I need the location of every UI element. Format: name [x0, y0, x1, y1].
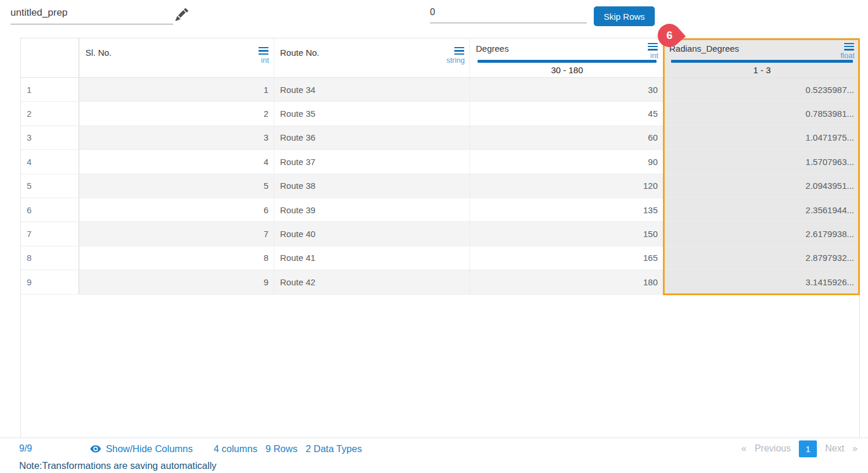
edit-name-button[interactable]	[174, 8, 189, 23]
cell: Route 35	[274, 102, 469, 125]
previous-page-button[interactable]: Previous	[755, 443, 791, 454]
last-page-arrow[interactable]: »	[852, 443, 858, 454]
column-type-label: float	[840, 52, 855, 59]
column-header-degrees[interactable]: Degreesint30 - 180	[469, 38, 663, 77]
cell: 90	[469, 150, 663, 173]
row-index: 8	[21, 246, 79, 270]
hamburger-icon[interactable]	[844, 46, 854, 47]
column-range-bar	[478, 60, 657, 63]
table-row: 33Route 36601.0471975...	[21, 126, 859, 150]
table-row: 99Route 421803.1415926...	[21, 270, 859, 294]
cell: 0.5235987...	[663, 78, 859, 101]
row-progress: 9/9	[19, 443, 32, 454]
pagination: « Previous 1 Next »	[741, 440, 858, 457]
cell: 3	[79, 126, 274, 149]
column-header-route-no-[interactable]: Route No.string	[274, 38, 469, 77]
cell: Route 39	[274, 198, 469, 221]
column-header-right: string	[446, 46, 465, 63]
column-header-right: int	[648, 42, 658, 59]
cell: 60	[469, 126, 663, 149]
hamburger-icon[interactable]	[648, 46, 658, 47]
cell: 45	[469, 102, 663, 125]
stat-data-types: 2 Data Types	[306, 443, 362, 454]
column-type-label: int	[650, 52, 658, 59]
cell: 165	[469, 246, 663, 270]
autosave-note: Note:Transformations are saving automati…	[19, 460, 868, 471]
table-row: 88Route 411652.8797932...	[21, 246, 859, 270]
column-header-top: Sl. No.int	[85, 46, 269, 63]
cell: 120	[469, 174, 663, 198]
row-index: 9	[21, 270, 79, 293]
cell: 135	[469, 198, 663, 221]
column-label: Route No.	[280, 46, 320, 58]
table-stats: 4 columns 9 Rows 2 Data Types	[214, 443, 362, 454]
top-toolbar: Skip Rows	[0, 0, 868, 38]
row-index: 3	[21, 126, 79, 149]
cell: 6	[79, 198, 274, 221]
cell: 2.0943951...	[663, 174, 859, 198]
column-header-sl-no-[interactable]: Sl. No.int	[79, 38, 274, 77]
row-index: 5	[21, 174, 79, 198]
table-row: 22Route 35450.7853981...	[21, 102, 859, 126]
cell: 0.7853981...	[663, 102, 859, 125]
table-header-row: Sl. No.intRoute No.stringDegreesint30 - …	[21, 38, 859, 78]
column-header-radians-degrees[interactable]: Radians_Degreesfloat1 - 3	[663, 38, 859, 77]
step-badge-number: 6	[666, 29, 673, 42]
cell: 7	[79, 222, 274, 245]
row-index: 2	[21, 102, 79, 125]
hamburger-icon[interactable]	[259, 50, 268, 51]
table-row: 11Route 34300.5235987...	[21, 78, 859, 102]
skip-rows-input[interactable]	[430, 7, 587, 23]
column-header-right: float	[840, 42, 855, 59]
cell: Route 36	[274, 126, 469, 149]
row-index: 1	[21, 78, 79, 101]
cell: 9	[79, 270, 274, 293]
table-row: 66Route 391352.3561944...	[21, 198, 859, 222]
table-row: 44Route 37901.5707963...	[21, 150, 859, 174]
table-row: 55Route 381202.0943951...	[21, 174, 859, 198]
stat-columns: 4 columns	[214, 443, 257, 454]
eye-icon	[90, 443, 101, 454]
cell: 2.8797932...	[663, 246, 859, 270]
cell: 2.6179938...	[663, 222, 859, 245]
cell: Route 42	[274, 270, 469, 293]
column-header-top: Degreesint	[476, 42, 658, 59]
column-label: Degrees	[476, 42, 509, 53]
column-type-label: int	[261, 56, 269, 64]
skip-rows-button[interactable]: Skip Rows	[594, 6, 655, 26]
current-page-button[interactable]: 1	[799, 440, 817, 457]
cell: 8	[79, 246, 274, 270]
row-index: 7	[21, 222, 79, 245]
cell: 2	[79, 102, 274, 125]
column-label: Radians_Degrees	[669, 42, 739, 53]
first-page-arrow[interactable]: «	[741, 443, 747, 454]
show-hide-columns-button[interactable]: Show/Hide Columns	[90, 443, 192, 454]
cell: 180	[469, 270, 663, 293]
column-range-label: 30 - 180	[476, 65, 658, 75]
cell: 4	[79, 150, 274, 173]
prep-name-input[interactable]	[10, 7, 173, 24]
table-footer: 9/9 Show/Hide Columns 4 columns 9 Rows 2…	[0, 438, 868, 459]
cell: Route 34	[274, 78, 469, 101]
column-type-label: string	[446, 56, 465, 64]
cell: 30	[469, 78, 663, 101]
cell: Route 40	[274, 222, 469, 245]
table-body: 11Route 34300.5235987...22Route 35450.78…	[21, 78, 859, 295]
cell: 1	[79, 78, 274, 101]
row-index: 6	[21, 198, 79, 221]
table-row: 77Route 401502.6179938...	[21, 222, 859, 246]
cell: 1.0471975...	[663, 126, 859, 149]
cell: 2.3561944...	[663, 198, 859, 221]
data-table: Sl. No.intRoute No.stringDegreesint30 - …	[20, 38, 860, 438]
cell: Route 37	[274, 150, 469, 173]
hamburger-icon[interactable]	[454, 50, 464, 51]
cell: 3.1415926...	[663, 270, 859, 293]
next-page-button[interactable]: Next	[825, 443, 844, 454]
column-label: Sl. No.	[85, 46, 112, 58]
column-header-top: Route No.string	[280, 46, 465, 63]
row-index-header	[21, 38, 79, 77]
cell: 1.5707963...	[663, 150, 859, 173]
row-index: 4	[21, 150, 79, 173]
stat-rows: 9 Rows	[266, 443, 297, 454]
column-range-bar	[671, 60, 853, 63]
